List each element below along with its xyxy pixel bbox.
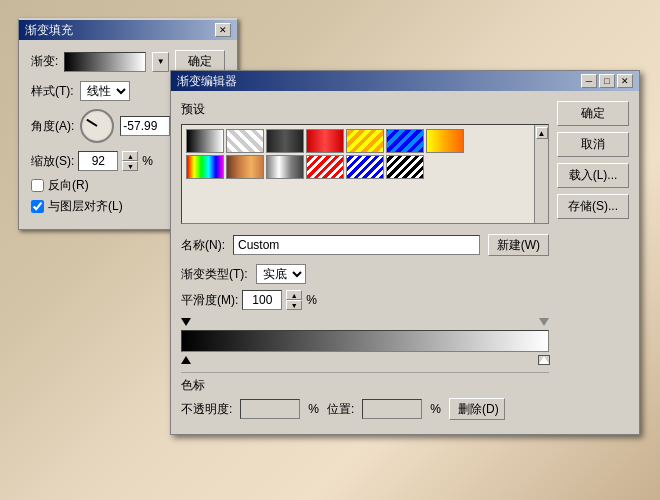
style-select[interactable]: 线性 xyxy=(80,81,130,101)
preset-stripe-b[interactable] xyxy=(346,155,384,179)
scale-input[interactable] xyxy=(78,151,118,171)
editor-dialog-title: 渐变编辑器 xyxy=(177,73,237,90)
presets-row-2 xyxy=(186,155,544,179)
color-stops-label: 色标 xyxy=(181,372,549,394)
smoothness-row: 平滑度(M): ▲ ▼ % xyxy=(181,290,549,310)
top-opacity-markers xyxy=(181,318,549,330)
new-button[interactable]: 新建(W) xyxy=(488,234,549,256)
color-stop-black[interactable] xyxy=(181,356,191,364)
type-row: 渐变类型(T): 实底 xyxy=(181,264,549,284)
angle-dial[interactable] xyxy=(80,109,114,143)
preset-scrollbar[interactable]: ▲ xyxy=(534,125,548,223)
smoothness-percent: % xyxy=(306,293,317,307)
preset-diag-y[interactable] xyxy=(346,129,384,153)
smoothness-label: 平滑度(M): xyxy=(181,292,238,309)
smoothness-stepper: ▲ ▼ xyxy=(286,290,302,310)
name-input[interactable] xyxy=(233,235,480,255)
preset-checker[interactable] xyxy=(226,129,264,153)
gradient-preview[interactable] xyxy=(64,52,146,72)
preset-dark[interactable] xyxy=(266,129,304,153)
editor-right-buttons: 确定 取消 载入(L)... 存储(S)... xyxy=(557,101,629,424)
preset-rainbow[interactable] xyxy=(186,155,224,179)
smooth-down[interactable]: ▼ xyxy=(286,300,302,310)
gradient-label: 渐变: xyxy=(31,53,58,70)
opacity-label: 不透明度: xyxy=(181,401,232,418)
editor-title-buttons: ─ □ ✕ xyxy=(581,74,633,88)
editor-dialog-titlebar[interactable]: 渐变编辑器 ─ □ ✕ xyxy=(171,71,639,91)
preset-red[interactable] xyxy=(306,129,344,153)
opacity-percent-label: % xyxy=(308,402,319,416)
editor-minimize-button[interactable]: ─ xyxy=(581,74,597,88)
main-gradient-bar[interactable] xyxy=(181,330,549,352)
scale-up[interactable]: ▲ xyxy=(122,151,138,161)
reverse-checkbox[interactable] xyxy=(31,179,44,192)
delete-button[interactable]: 删除(D) xyxy=(449,398,505,420)
style-label: 样式(T): xyxy=(31,83,74,100)
fill-close-button[interactable]: ✕ xyxy=(215,23,231,37)
preset-stripe-bw[interactable] xyxy=(386,155,424,179)
align-checkbox[interactable] xyxy=(31,200,44,213)
editor-body: 预设 xyxy=(171,91,639,434)
scale-percent: % xyxy=(142,154,153,168)
preset-chrome[interactable] xyxy=(266,155,304,179)
editor-load-button[interactable]: 载入(L)... xyxy=(557,163,629,188)
preset-diag-b[interactable] xyxy=(386,129,424,153)
editor-ok-button[interactable]: 确定 xyxy=(557,101,629,126)
position-percent-label: % xyxy=(430,402,441,416)
preset-yellow[interactable] xyxy=(426,129,464,153)
name-label: 名称(N): xyxy=(181,237,225,254)
presets-grid xyxy=(182,125,548,183)
presets-row-1 xyxy=(186,129,544,153)
opacity-input[interactable] xyxy=(240,399,300,419)
fill-title-buttons: ✕ xyxy=(215,23,231,37)
reverse-label: 反向(R) xyxy=(48,177,89,194)
editor-save-button[interactable]: 存储(S)... xyxy=(557,194,629,219)
editor-cancel-button[interactable]: 取消 xyxy=(557,132,629,157)
smooth-up[interactable]: ▲ xyxy=(286,290,302,300)
type-select[interactable]: 实底 xyxy=(256,264,306,284)
gradient-dropdown[interactable]: ▼ xyxy=(152,52,169,72)
position-label: 位置: xyxy=(327,401,354,418)
angle-input[interactable] xyxy=(120,116,170,136)
presets-title: 预设 xyxy=(181,101,549,118)
editor-maximize-button[interactable]: □ xyxy=(599,74,615,88)
opacity-stops-row: 不透明度: % 位置: % 删除(D) xyxy=(181,398,549,420)
preset-bw[interactable] xyxy=(186,129,224,153)
preset-stripe-r[interactable] xyxy=(306,155,344,179)
scroll-up-arrow[interactable]: ▲ xyxy=(536,127,548,139)
scale-stepper: ▲ ▼ xyxy=(122,151,138,171)
position-input[interactable] xyxy=(362,399,422,419)
type-label: 渐变类型(T): xyxy=(181,266,248,283)
angle-label: 角度(A): xyxy=(31,118,74,135)
bottom-color-markers xyxy=(181,352,549,364)
align-label: 与图层对齐(L) xyxy=(48,198,123,215)
name-row: 名称(N): 新建(W) xyxy=(181,234,549,256)
gradient-bar-section xyxy=(181,318,549,364)
scale-down[interactable]: ▼ xyxy=(122,161,138,171)
gradient-editor-dialog: 渐变编辑器 ─ □ ✕ 预设 xyxy=(170,70,640,435)
color-stop-white[interactable] xyxy=(539,356,549,364)
opacity-stop-right[interactable] xyxy=(539,318,549,326)
smoothness-input[interactable] xyxy=(242,290,282,310)
fill-dialog-title: 渐变填充 xyxy=(25,22,73,39)
angle-needle xyxy=(87,119,98,127)
preset-copper[interactable] xyxy=(226,155,264,179)
opacity-stop-left[interactable] xyxy=(181,318,191,326)
fill-dialog-titlebar[interactable]: 渐变填充 ✕ xyxy=(19,20,237,40)
editor-left: 预设 xyxy=(181,101,549,424)
presets-area: ▲ xyxy=(181,124,549,224)
scale-label: 缩放(S): xyxy=(31,153,74,170)
editor-close-button[interactable]: ✕ xyxy=(617,74,633,88)
